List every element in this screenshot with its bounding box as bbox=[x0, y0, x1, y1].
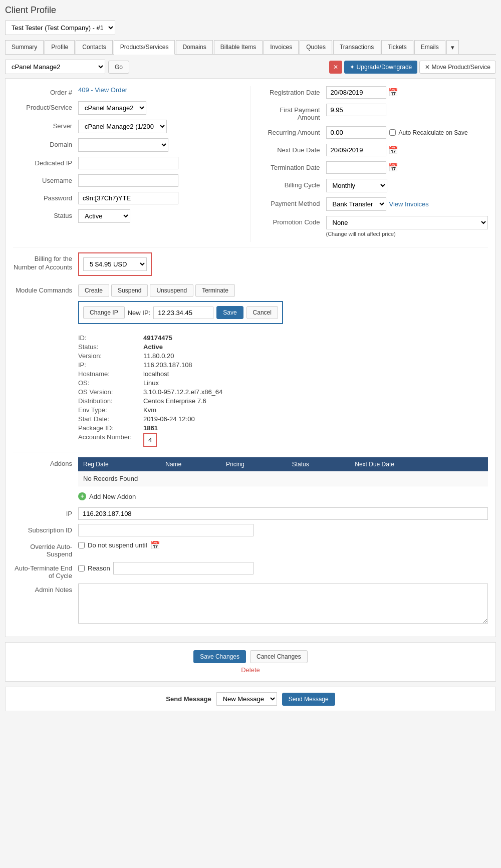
auto-terminate-row: Auto-Terminate End of Cycle Reason bbox=[13, 562, 488, 580]
tab-tickets[interactable]: Tickets bbox=[381, 40, 413, 54]
view-invoices-link[interactable]: View Invoices bbox=[389, 200, 429, 208]
cancel-ip-button[interactable]: Cancel bbox=[246, 306, 278, 319]
domain-row: Domain bbox=[13, 138, 240, 152]
addons-empty-cell: No Records Found bbox=[78, 471, 488, 486]
reg-date-input[interactable] bbox=[326, 86, 386, 99]
next-due-date-input[interactable] bbox=[326, 144, 386, 156]
product-service-select[interactable]: cPanel Manage2 bbox=[78, 101, 146, 115]
billing-accounts-label: Billing for the Number of Accounts bbox=[13, 252, 78, 272]
addons-table-body: No Records Found bbox=[78, 471, 488, 486]
auto-terminate-checkbox[interactable] bbox=[78, 565, 85, 571]
move-product-service-button[interactable]: ✕ Move Product/Service bbox=[419, 61, 496, 74]
reg-date-wrapper: 📅 bbox=[326, 86, 488, 99]
recurring-amount-wrapper: Auto Recalculate on Save bbox=[326, 126, 488, 139]
promotion-code-select[interactable]: None bbox=[326, 216, 488, 229]
username-label: Username bbox=[13, 174, 78, 184]
suspend-button[interactable]: Suspend bbox=[111, 284, 148, 297]
tab-products-services[interactable]: Products/Services bbox=[114, 40, 175, 55]
tab-emails[interactable]: Emails bbox=[414, 40, 445, 54]
info-hostname-label: Hostname: bbox=[78, 370, 143, 378]
billing-accounts-select[interactable]: 5 $4.95 USD 10 $9.95 USD 25 $24.95 USD bbox=[83, 257, 147, 271]
info-os-version-value: 3.10.0-957.12.2.el7.x86_64 bbox=[143, 388, 222, 396]
save-ip-button[interactable]: Save bbox=[216, 306, 243, 319]
tab-bar: Summary Profile Contacts Products/Servic… bbox=[5, 40, 496, 55]
next-due-date-row: Next Due Date 📅 bbox=[261, 144, 488, 156]
info-version-value: 11.80.0.20 bbox=[143, 352, 174, 360]
unsuspend-button[interactable]: Unsuspend bbox=[150, 284, 193, 297]
add-addon-button[interactable]: + Add New Addon bbox=[78, 489, 488, 503]
ip-input[interactable] bbox=[78, 507, 488, 520]
termination-date-input[interactable] bbox=[326, 161, 386, 174]
reg-date-calendar-icon[interactable]: 📅 bbox=[388, 88, 398, 97]
send-message-select[interactable]: New Message bbox=[216, 692, 277, 706]
info-package-id-row: Package ID: 1861 bbox=[78, 424, 488, 432]
info-os-version-row: OS Version: 3.10.0-957.12.2.el7.x86_64 bbox=[78, 388, 488, 396]
first-payment-input[interactable] bbox=[326, 104, 386, 116]
admin-notes-label: Admin Notes bbox=[13, 584, 78, 594]
password-input[interactable] bbox=[78, 192, 178, 204]
domain-select[interactable] bbox=[78, 138, 168, 152]
order-link[interactable]: 409 - View Order bbox=[78, 86, 127, 94]
recurring-amount-label: Recurring Amount bbox=[261, 126, 326, 136]
username-input[interactable] bbox=[78, 174, 178, 187]
termination-date-wrapper: 📅 bbox=[326, 161, 488, 174]
info-ip-value: 116.203.187.108 bbox=[143, 361, 192, 369]
override-calendar-icon[interactable]: 📅 bbox=[150, 540, 160, 550]
server-select[interactable]: cPanel Manage2 (1/200 bbox=[78, 120, 167, 133]
billing-cycle-select[interactable]: Monthly Quarterly Semi-Annually Annually bbox=[326, 179, 387, 192]
info-accounts-number-row: Accounts Number: 4 bbox=[78, 433, 488, 447]
addons-header-row: Reg Date Name Pricing Status Next Due Da… bbox=[78, 457, 488, 471]
payment-method-select[interactable]: Bank Transfer Credit Card PayPal bbox=[326, 197, 386, 211]
ip-label: IP bbox=[13, 507, 78, 517]
upgrade-downgrade-button[interactable]: ✦ Upgrade/Downgrade bbox=[344, 61, 417, 74]
create-button[interactable]: Create bbox=[78, 284, 109, 297]
module-commands-label: Module Commands bbox=[13, 284, 78, 294]
divider-2 bbox=[13, 452, 488, 452]
tabs-more-button[interactable]: ▾ bbox=[446, 40, 459, 54]
override-checkbox-row: Do not suspend until 📅 bbox=[78, 540, 488, 550]
module-buttons: Create Suspend Unsuspend Terminate bbox=[78, 284, 488, 297]
payment-method-row: Payment Method Bank Transfer Credit Card… bbox=[261, 197, 488, 211]
service-select[interactable]: cPanel Manage2 bbox=[5, 60, 105, 74]
info-start-date-row: Start Date: 2019-06-24 12:00 bbox=[78, 415, 488, 423]
recurring-amount-input[interactable] bbox=[326, 126, 386, 139]
tab-invoices[interactable]: Invoices bbox=[264, 40, 299, 54]
override-auto-suspend-checkbox[interactable] bbox=[78, 542, 85, 548]
tab-billable-items[interactable]: Billable Items bbox=[214, 40, 263, 54]
send-message-button[interactable]: Send Message bbox=[282, 693, 335, 706]
delete-link[interactable]: Delete bbox=[13, 666, 488, 674]
terminate-button[interactable]: Terminate bbox=[195, 284, 235, 297]
info-status-value: Active bbox=[143, 343, 163, 351]
status-select[interactable]: Active Pending Suspended Terminated Canc… bbox=[78, 209, 130, 223]
client-selector[interactable]: Test Tester (Test Company) - #1 bbox=[5, 21, 115, 35]
go-button[interactable]: Go bbox=[108, 61, 129, 74]
service-bar-right: ✕ ✦ Upgrade/Downgrade ✕ Move Product/Ser… bbox=[329, 61, 496, 74]
tab-quotes[interactable]: Quotes bbox=[300, 40, 332, 54]
dedicated-ip-input[interactable] bbox=[78, 157, 178, 169]
auto-recalc-checkbox[interactable] bbox=[389, 129, 396, 136]
auto-terminate-reason-input[interactable] bbox=[113, 562, 254, 574]
next-due-date-calendar-icon[interactable]: 📅 bbox=[388, 145, 398, 155]
info-ip-label: IP: bbox=[78, 361, 143, 369]
server-label: Server bbox=[13, 120, 78, 130]
next-due-date-label: Next Due Date bbox=[261, 144, 326, 154]
promotion-code-label: Promotion Code bbox=[261, 216, 326, 226]
info-distribution-row: Distribution: Centos Enterprise 7.6 bbox=[78, 397, 488, 405]
tab-contacts[interactable]: Contacts bbox=[76, 40, 112, 54]
tab-summary[interactable]: Summary bbox=[5, 40, 44, 54]
admin-notes-textarea[interactable] bbox=[78, 584, 488, 624]
override-auto-suspend-text: Do not suspend until bbox=[88, 541, 147, 549]
termination-date-calendar-icon[interactable]: 📅 bbox=[388, 163, 398, 172]
termination-date-row: Termination Date 📅 bbox=[261, 161, 488, 174]
info-status-label: Status: bbox=[78, 343, 143, 351]
info-accounts-number-label: Accounts Number: bbox=[78, 433, 143, 447]
cancel-changes-button[interactable]: Cancel Changes bbox=[250, 650, 308, 663]
tab-profile[interactable]: Profile bbox=[45, 40, 75, 54]
save-changes-button[interactable]: Save Changes bbox=[193, 650, 246, 663]
tab-transactions[interactable]: Transactions bbox=[333, 40, 380, 54]
subscription-id-input[interactable] bbox=[78, 524, 254, 536]
new-ip-input[interactable] bbox=[153, 307, 213, 319]
delete-service-button[interactable]: ✕ bbox=[329, 61, 342, 74]
change-ip-button[interactable]: Change IP bbox=[83, 306, 125, 319]
tab-domains[interactable]: Domains bbox=[176, 40, 212, 54]
